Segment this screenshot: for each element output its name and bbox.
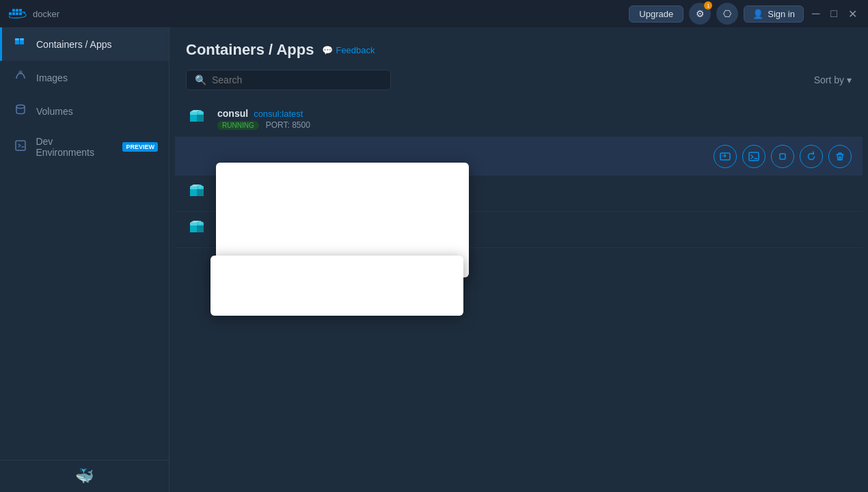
svg-rect-9 [20, 40, 24, 44]
sidebar-item-volumes[interactable]: Volumes [0, 94, 169, 128]
svg-rect-34 [190, 223, 197, 226]
volumes-label: Volumes [36, 106, 73, 117]
titlebar-left: docker [8, 6, 59, 21]
search-box: 🔍 [186, 70, 391, 90]
dev-environments-icon [13, 139, 27, 156]
sidebar-item-images[interactable]: Images [0, 61, 169, 94]
svg-rect-18 [190, 112, 197, 115]
titlebar-controls: Upgrade ⚙ 1 ⎔ 👤 Sign in ─ □ ✕ [629, 3, 860, 25]
container-image[interactable]: consul:latest [254, 109, 303, 119]
chat-icon: 💬 [322, 45, 333, 55]
svg-rect-1 [12, 12, 15, 15]
dev-environments-label: Dev Environments [36, 136, 111, 158]
docker-bottom-icon: 🐳 [75, 467, 94, 485]
svg-rect-11 [20, 38, 24, 40]
svg-rect-27 [197, 189, 204, 196]
close-button[interactable]: ✕ [845, 6, 860, 22]
docker-logo-icon [8, 6, 27, 21]
sidebar: Containers / Apps Images Volumes Dev Env… [0, 27, 169, 492]
svg-rect-17 [197, 115, 204, 122]
account-icon: 👤 [752, 9, 763, 19]
content-header: Containers / Apps 💬 Feedback [169, 27, 868, 70]
container-row[interactable]: consul consul:latest RUNNING PORT: 8500 [175, 101, 863, 137]
port-label: PORT: 8500 [266, 120, 310, 130]
containers-icon [13, 36, 28, 53]
maximize-button[interactable]: □ [828, 6, 840, 21]
status-badge: RUNNING [217, 121, 259, 130]
svg-rect-26 [190, 189, 197, 196]
toolbar: 🔍 Sort by ▾ [169, 70, 868, 101]
svg-rect-2 [16, 12, 18, 15]
main-layout: Containers / Apps Images Volumes Dev Env… [0, 27, 868, 492]
feedback-link[interactable]: 💬 Feedback [322, 45, 375, 55]
settings-button[interactable]: ⚙ 1 [689, 3, 711, 25]
signin-button[interactable]: 👤 Sign in [744, 5, 804, 23]
sortby-button[interactable]: Sort by ▾ [814, 74, 852, 85]
restart-button[interactable] [800, 145, 823, 168]
svg-rect-5 [19, 9, 22, 12]
sidebar-bottom: 🐳 [0, 460, 169, 492]
container-name: consul [217, 108, 248, 119]
container-icon [186, 182, 208, 204]
open-browser-button[interactable] [714, 145, 737, 168]
images-label: Images [36, 72, 68, 83]
svg-rect-8 [15, 40, 19, 44]
docker-logo-text: docker [33, 9, 59, 19]
content-area: Containers / Apps 💬 Feedback 🔍 Sort by ▾ [169, 27, 868, 492]
svg-rect-3 [19, 12, 22, 15]
delete-button[interactable] [828, 145, 852, 168]
stop-button[interactable] [771, 145, 794, 168]
svg-point-12 [18, 70, 23, 74]
container-icon [186, 219, 208, 241]
extensions-button[interactable]: ⎔ [716, 3, 738, 25]
volumes-icon [13, 102, 28, 120]
containers-label: Containers / Apps [36, 39, 112, 50]
svg-rect-10 [15, 38, 19, 40]
page-title: Containers / Apps [186, 41, 314, 59]
minimize-button[interactable]: ─ [809, 6, 822, 21]
sidebar-item-dev-environments[interactable]: Dev EnvironmentsPREVIEW [0, 128, 169, 166]
search-icon: 🔍 [195, 74, 206, 85]
upgrade-button[interactable]: Upgrade [629, 5, 683, 23]
svg-rect-32 [190, 226, 197, 232]
notification-badge: 1 [704, 1, 712, 10]
svg-rect-0 [9, 12, 12, 15]
svg-rect-6 [12, 9, 15, 12]
container-list: consul consul:latest RUNNING PORT: 8500 [169, 101, 868, 248]
svg-point-13 [16, 105, 25, 109]
svg-rect-23 [749, 152, 759, 161]
container-actions [714, 145, 852, 168]
cli-button[interactable] [742, 145, 765, 168]
svg-point-7 [24, 12, 25, 13]
container-info: consul consul:latest RUNNING PORT: 8500 [217, 108, 852, 130]
svg-rect-28 [190, 187, 197, 189]
container-icon [186, 108, 208, 130]
svg-rect-25 [780, 154, 785, 159]
titlebar: docker Upgrade ⚙ 1 ⎔ 👤 Sign in ─ □ ✕ [0, 0, 868, 27]
preview-badge: PREVIEW [122, 142, 158, 152]
search-input[interactable] [212, 74, 382, 85]
svg-rect-33 [197, 226, 204, 232]
chevron-down-icon: ▾ [847, 74, 852, 85]
svg-rect-16 [190, 115, 197, 122]
images-icon [13, 69, 28, 86]
popup-overlay-2 [211, 256, 463, 316]
sidebar-item-containers[interactable]: Containers / Apps [0, 27, 169, 61]
svg-rect-4 [16, 9, 18, 12]
